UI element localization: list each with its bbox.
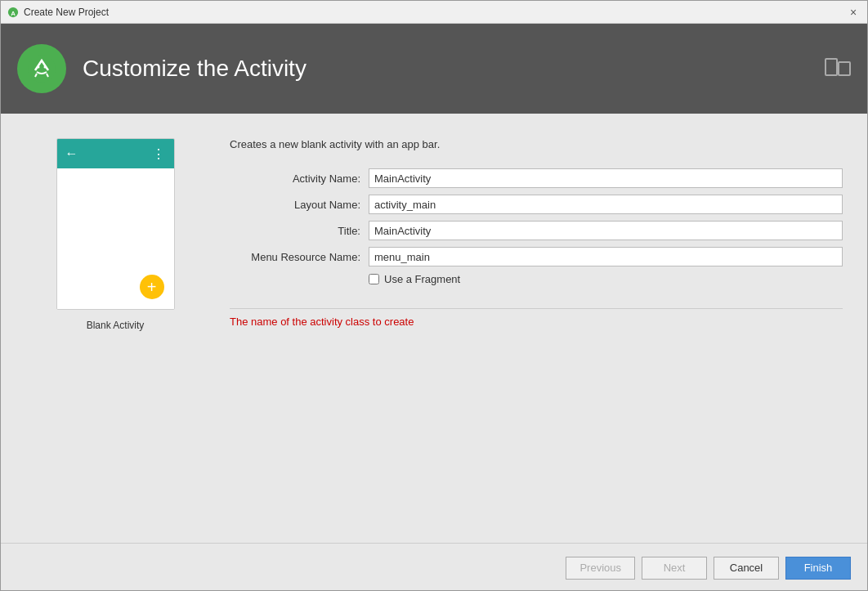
svg-rect-8 — [839, 62, 850, 75]
activity-name-label: Activity Name: — [230, 172, 360, 185]
description-text: Creates a new blank activity with an app… — [230, 138, 843, 150]
window-icon[interactable] — [825, 57, 851, 81]
activity-name-input[interactable] — [369, 168, 843, 188]
bottom-bar: Previous Next Cancel Finish — [1, 543, 867, 591]
title-input[interactable] — [369, 221, 843, 240]
main-content: ← ⋮ + Blank Activity Creates a new blank… — [1, 114, 867, 543]
fragment-checkbox-label: Use a Fragment — [384, 273, 460, 285]
menu-resource-input[interactable] — [369, 247, 843, 266]
phone-label: Blank Activity — [87, 320, 145, 331]
layout-name-input[interactable] — [369, 195, 843, 214]
header: Customize the Activity — [1, 24, 867, 114]
svg-point-4 — [44, 66, 47, 69]
fragment-checkbox-row: Use a Fragment — [369, 273, 843, 285]
svg-point-3 — [38, 66, 40, 69]
svg-rect-7 — [825, 59, 837, 75]
finish-button[interactable]: Finish — [785, 557, 851, 580]
form-fields: Activity Name: Layout Name: Title: Menu … — [230, 168, 843, 285]
left-panel: ← ⋮ + Blank Activity — [25, 130, 205, 526]
android-studio-icon: A — [7, 7, 19, 18]
right-panel: Creates a new blank activity with an app… — [230, 130, 843, 526]
menu-dots-icon: ⋮ — [152, 146, 166, 162]
title-bar: A Create New Project × — [1, 1, 867, 24]
android-logo — [17, 44, 66, 93]
divider — [230, 308, 843, 309]
svg-text:A: A — [11, 9, 16, 16]
android-icon — [27, 54, 56, 83]
back-arrow-icon: ← — [65, 146, 78, 161]
use-fragment-checkbox[interactable] — [369, 274, 379, 284]
previous-button[interactable]: Previous — [566, 557, 635, 580]
title-label: Title: — [230, 225, 360, 237]
page-title: Customize the Activity — [83, 56, 306, 82]
menu-resource-label: Menu Resource Name: — [230, 251, 360, 263]
phone-preview: ← ⋮ + — [56, 138, 175, 310]
layout-name-label: Layout Name: — [230, 199, 360, 211]
title-bar-text: Create New Project — [24, 7, 846, 18]
phone-body: + — [57, 168, 174, 309]
cancel-button[interactable]: Cancel — [714, 557, 779, 580]
status-text: The name of the activity class to create — [230, 316, 843, 328]
phone-toolbar: ← ⋮ — [57, 139, 174, 168]
fab-button: + — [140, 275, 164, 299]
next-button[interactable]: Next — [642, 557, 707, 580]
screen-layout-icon — [825, 57, 851, 77]
close-button[interactable]: × — [846, 5, 861, 20]
